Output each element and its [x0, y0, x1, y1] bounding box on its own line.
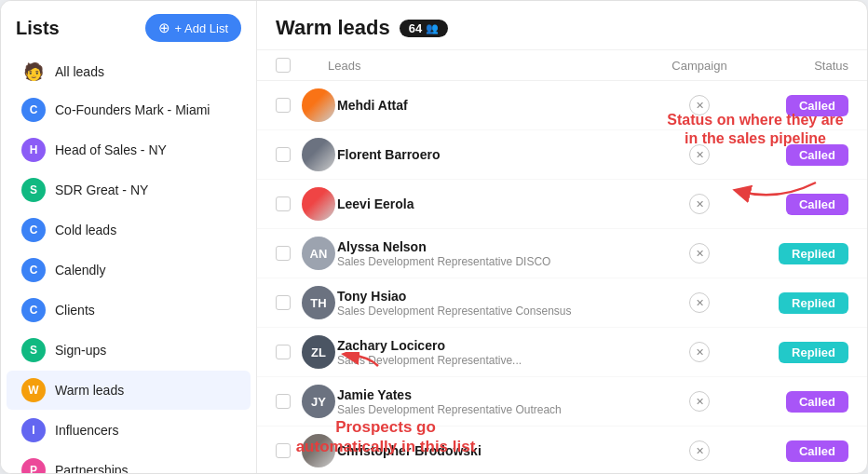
lead-info: Mehdi Attaf — [328, 98, 644, 113]
main-panel: Warm leads 64 👥 Leads Campaign Status Me… — [257, 1, 867, 473]
campaign-cell: ✕ — [644, 95, 755, 115]
sidebar-label-all-leads: All leads — [55, 64, 104, 79]
row-checkbox[interactable] — [276, 394, 291, 409]
campaign-remove-button[interactable]: ✕ — [689, 95, 710, 115]
status-cell: Called — [755, 391, 848, 413]
status-badge: Called — [786, 95, 848, 116]
status-badge: Called — [786, 391, 848, 413]
header-checkbox[interactable] — [276, 58, 291, 73]
lead-name: Florent Barroero — [337, 147, 644, 162]
lead-info: Tony Hsiao Sales Development Representat… — [328, 289, 644, 318]
sidebar-label-co-founders: Co-Founders Mark - Miami — [55, 102, 210, 117]
sidebar-items-list: 🧑All leadsCCo-Founders Mark - MiamiHHead… — [1, 53, 256, 473]
campaign-cell: ✕ — [644, 243, 755, 264]
sidebar-item-calendly[interactable]: CCalendly — [7, 251, 251, 290]
sidebar-item-partnerships[interactable]: PPartnerships — [7, 451, 251, 473]
sidebar-item-sdr-great[interactable]: SSDR Great - NY — [7, 170, 251, 210]
status-cell: Called — [755, 95, 848, 116]
sidebar-item-all-leads[interactable]: 🧑All leads — [7, 54, 251, 89]
sidebar-icon-sign-ups: S — [21, 338, 46, 362]
sidebar-header: Lists ⊕ + Add List — [1, 14, 256, 53]
lead-subtitle: Sales Development Representative Consens… — [337, 305, 644, 318]
sidebar-item-cold-leads[interactable]: CCold leads — [7, 210, 251, 250]
lead-subtitle: Sales Development Representative DISCO — [337, 255, 644, 268]
status-badge: Replied — [779, 243, 848, 264]
lead-name: Tony Hsiao — [337, 289, 644, 304]
sidebar-item-warm-leads[interactable]: WWarm leads — [7, 371, 251, 410]
people-icon: 👥 — [426, 22, 439, 34]
sidebar-label-clients: Clients — [55, 303, 95, 318]
table-row: TH Tony Hsiao Sales Development Represen… — [257, 278, 867, 328]
lead-count-badge: 64 👥 — [400, 20, 448, 37]
lead-name: Leevi Eerola — [337, 196, 644, 211]
campaign-remove-button[interactable]: ✕ — [689, 342, 710, 362]
campaign-cell: ✕ — [644, 342, 755, 362]
main-title: Warm leads — [276, 16, 390, 40]
add-list-button[interactable]: ⊕ + Add List — [145, 14, 241, 42]
lead-info: Zachary Locicero Sales Development Repre… — [328, 338, 644, 367]
lead-name: Christopher Brodowski — [337, 443, 644, 458]
row-checkbox[interactable] — [276, 246, 291, 261]
sidebar-label-partnerships: Partnerships — [55, 463, 129, 473]
campaign-cell: ✕ — [644, 292, 755, 313]
status-badge: Called — [786, 144, 848, 166]
campaign-remove-button[interactable]: ✕ — [689, 391, 710, 412]
lead-info: Leevi Eerola — [328, 196, 644, 211]
row-checkbox[interactable] — [276, 98, 291, 113]
sidebar-icon-sdr-great: S — [21, 178, 46, 202]
table-row: Mehdi Attaf ✕ Called — [257, 81, 867, 130]
main-header: Warm leads 64 👥 — [257, 1, 867, 50]
table-header: Leads Campaign Status — [257, 50, 867, 81]
sidebar-icon-warm-leads: W — [21, 378, 46, 402]
lead-name: Alyssa Nelson — [337, 239, 644, 254]
lead-count: 64 — [409, 21, 422, 35]
status-badge: Replied — [779, 342, 848, 363]
sidebar-label-sdr-great: SDR Great - NY — [55, 183, 148, 197]
sidebar-label-calendly: Calendly — [55, 263, 105, 278]
table-row: Christopher Brodowski ✕ Called — [257, 427, 867, 473]
sidebar-item-co-founders[interactable]: CCo-Founders Mark - Miami — [7, 90, 251, 129]
sidebar-label-cold-leads: Cold leads — [55, 223, 116, 237]
campaign-cell: ✕ — [644, 391, 755, 412]
sidebar-item-clients[interactable]: CClients — [7, 291, 251, 330]
app-container: Lists ⊕ + Add List 🧑All leadsCCo-Founder… — [0, 0, 868, 474]
table-row: JY Jamie Yates Sales Development Represe… — [257, 377, 867, 427]
sidebar: Lists ⊕ + Add List 🧑All leadsCCo-Founder… — [1, 1, 257, 473]
sidebar-icon-partnerships: P — [21, 458, 46, 473]
table-row: ZL Zachary Locicero Sales Development Re… — [257, 328, 867, 377]
row-checkbox[interactable] — [276, 147, 291, 162]
sidebar-label-head-of-sales: Head of Sales - NY — [55, 142, 167, 157]
lead-subtitle: Sales Development Representative Outreac… — [337, 403, 644, 416]
lead-info: Christopher Brodowski — [328, 443, 644, 458]
row-checkbox[interactable] — [276, 345, 291, 359]
status-badge: Called — [786, 440, 848, 462]
row-checkbox[interactable] — [276, 443, 291, 458]
sidebar-icon-co-founders: C — [21, 98, 46, 122]
lead-subtitle: Sales Development Representative... — [337, 354, 644, 367]
sidebar-icon-head-of-sales: H — [21, 138, 46, 162]
sidebar-icon-cold-leads: C — [21, 218, 46, 242]
row-checkbox[interactable] — [276, 295, 291, 310]
campaign-remove-button[interactable]: ✕ — [689, 194, 710, 214]
lead-info: Florent Barroero — [328, 147, 644, 162]
status-badge: Called — [786, 194, 848, 215]
add-list-label: + Add List — [175, 21, 228, 35]
sidebar-label-influencers: Influencers — [55, 423, 118, 438]
col-leads: Leads — [328, 59, 644, 73]
campaign-remove-button[interactable]: ✕ — [689, 440, 710, 461]
campaign-remove-button[interactable]: ✕ — [689, 144, 710, 165]
status-cell: Called — [755, 194, 848, 215]
sidebar-icon-calendly: C — [21, 258, 46, 282]
sidebar-item-head-of-sales[interactable]: HHead of Sales - NY — [7, 130, 251, 169]
sidebar-icon-clients: C — [21, 298, 46, 322]
campaign-remove-button[interactable]: ✕ — [689, 243, 710, 264]
campaign-cell: ✕ — [644, 194, 755, 214]
row-checkbox[interactable] — [276, 196, 291, 211]
sidebar-icon-influencers: I — [21, 418, 46, 442]
campaign-remove-button[interactable]: ✕ — [689, 292, 710, 313]
sidebar-item-influencers[interactable]: IInfluencers — [7, 411, 251, 450]
sidebar-item-sign-ups[interactable]: SSign-ups — [7, 331, 251, 370]
campaign-cell: ✕ — [644, 440, 755, 461]
col-campaign: Campaign — [644, 59, 755, 73]
table-body: Mehdi Attaf ✕ Called Florent Barroero ✕ … — [257, 81, 867, 473]
